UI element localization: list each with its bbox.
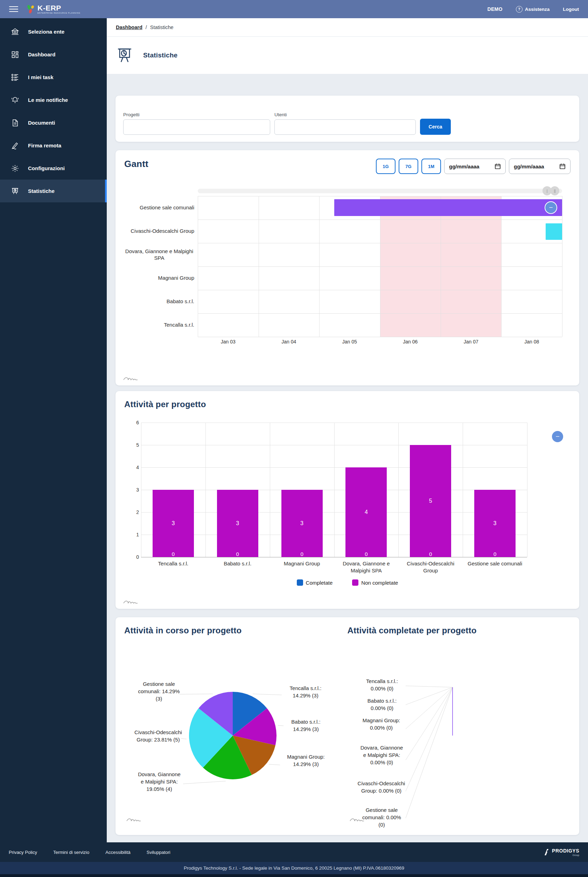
assistenza-label: Assistenza [525,7,550,12]
sidebar-item-dashboard[interactable]: Dashboard [0,43,107,66]
gantt-range-1m-button[interactable]: 1M [422,159,441,174]
footer-link-termini[interactable]: Termini di servizio [53,850,89,855]
dashboard-grid-icon [10,50,20,59]
axis-tick-label: Jan 04 [259,339,320,344]
category-label: Gestione sale comunali [468,560,522,567]
sidebar-item-configurazioni[interactable]: Configurazioni [0,157,107,180]
pie-completate-chart [348,645,570,827]
gantt-date-from-input[interactable]: gg/mm/aaaa [444,159,506,174]
y-tick: 5 [136,442,139,448]
cerca-button[interactable]: Cerca [420,119,451,135]
bar-chart-card: Attività per progetto − 0 1 2 3 4 5 6 [116,391,579,609]
bar-non-completate[interactable]: 5 [410,445,451,557]
axis-tick-label: Jan 06 [380,339,441,344]
bar-non-completate[interactable]: 3 [474,490,516,557]
prodigys-brand-sub: Group [573,854,579,856]
sidebar-item-statistiche[interactable]: Statistiche [0,180,107,202]
prodigys-brand-name: PRODIGYS [552,848,579,853]
utenti-input[interactable] [274,119,416,135]
y-tick: 1 [136,532,139,538]
breadcrumb-separator: / [146,24,147,30]
sidebar-item-label: I miei task [28,74,54,80]
sidebar-item-i-miei-task[interactable]: I miei task [0,66,107,89]
amcharts-watermark[interactable] [123,375,138,381]
gantt-bar-gestione-sale-comunali[interactable]: − [334,199,562,216]
gantt-range-7g-button[interactable]: 7G [399,159,418,174]
bar-zero-label: 0 [429,551,432,557]
gantt-row-label: Dovara, Giannone e Malpighi SPA [124,248,194,261]
sidebar-item-label: Le mie notifiche [28,97,68,103]
gantt-row-label: Civaschi-Odescalchi Group [130,228,194,234]
pie-label-civaschi: Civaschi-Odescalchi Group: 23.81% (5) [134,728,182,743]
gantt-range-1g-button[interactable]: 1G [376,159,396,174]
bar-chart-y-axis: 0 1 2 3 4 5 6 [131,423,141,557]
gantt-horizontal-scrollbar[interactable]: | || [198,189,562,193]
gantt-date-to-input[interactable]: gg/mm/aaaa [509,159,570,174]
bar-zero-label: 0 [236,551,239,557]
bar-non-completate[interactable]: 4 [345,467,387,557]
bottom-border [0,874,588,877]
assistenza-link[interactable]: ? Assistenza [516,6,550,13]
bar-non-completate[interactable]: 3 [153,490,194,557]
gantt-row-label: Gestione sale comunali [140,204,194,211]
scrollbar-grip-end[interactable]: || [550,186,559,195]
bar-value-label: 3 [494,520,496,527]
hamburger-menu-icon[interactable] [9,6,18,12]
sidebar-item-label: Dashboard [28,51,55,57]
bar-column-civaschi: 5 0 [398,423,463,557]
legend-label: Non completate [361,580,398,586]
statistics-presentation-icon [10,187,20,195]
bar-chart-category-labels: Tencalla s.r.l. Babato s.r.l. Magnani Gr… [141,560,527,574]
sidebar-item-documenti[interactable]: Documenti [0,111,107,134]
pie-label-babato: Babato s.r.l.: 0.00% (0) [360,697,405,712]
category-label: Magnani Group [284,560,320,567]
breadcrumb-dashboard-link[interactable]: Dashboard [116,24,142,30]
sidebar-item-seleziona-ente[interactable]: Seleziona ente [0,20,107,43]
bar-zero-label: 0 [172,551,175,557]
pie-label-civaschi: Civaschi-Odescalchi Group: 0.00% (0) [357,780,406,794]
search-filter-card: Progetti Utenti Cerca [116,96,579,142]
logout-button[interactable]: Logout [563,7,579,12]
footer-link-privacy[interactable]: Privacy Policy [9,850,37,855]
bar-chart-plot-area: 3 0 3 0 3 [141,423,527,557]
logo-pinwheel-icon [26,4,35,14]
amcharts-watermark[interactable] [126,816,141,822]
calendar-icon [495,163,501,170]
category-label: Dovara, Giannone e Malpighi SPA [337,560,396,574]
gantt-bar-civaschi-odescalchi[interactable] [546,223,562,240]
legend-item-completate[interactable]: Completate [297,580,333,586]
gantt-zoom-out-button[interactable]: − [544,201,557,214]
amcharts-watermark[interactable] [123,598,138,604]
calendar-icon [559,163,566,170]
page-title: Statistiche [143,51,177,59]
pie-in-corso-section: Attività in corso per progetto [124,626,348,827]
progetti-input[interactable] [123,119,270,135]
pie-label-gestione: Gestione sale comunali: 0.00% (0) [360,806,404,828]
amcharts-watermark[interactable] [350,816,364,822]
pie-label-magnani: Magnani Group: 0.00% (0) [358,717,405,731]
footer-link-sviluppatori[interactable]: Sviluppatori [147,850,171,855]
app-header: K-ERP ENTERPRISE RESOURCE PLANNING DEMO … [0,0,588,18]
bar-non-completate[interactable]: 3 [217,490,258,557]
bar-chart-zoom-out-button[interactable]: − [551,430,564,443]
bar-column-babato: 3 0 [206,423,270,557]
bar-zero-label: 0 [494,551,496,557]
legend-item-non-completate[interactable]: Non completate [352,580,398,586]
date-placeholder: gg/mm/aaaa [449,164,480,170]
pie-leader-lines [406,686,453,818]
user-name[interactable]: DEMO [488,6,502,12]
breadcrumb-current: Statistiche [150,24,174,30]
help-icon: ? [516,6,522,13]
date-placeholder: gg/mm/aaaa [514,164,544,170]
footer-link-accessibilita[interactable]: Accessibilità [105,850,130,855]
sidebar-item-firma-remota[interactable]: Firma remota [0,134,107,157]
main-content: Dashboard / Statistiche Statistiche Prog… [107,18,588,842]
category-label: Babato s.r.l. [224,560,251,567]
bar-column-magnani: 3 0 [270,423,334,557]
bar-non-completate[interactable]: 3 [281,490,323,557]
pie-label-tencalla: Tencalla s.r.l.: 14.29% (3) [283,685,328,699]
legend-label: Completate [306,580,333,586]
progetti-label: Progetti [123,112,270,117]
sidebar-item-le-mie-notifiche[interactable]: Le mie notifiche [0,89,107,111]
prodigys-logo: PRODIGYS Group [543,848,579,856]
